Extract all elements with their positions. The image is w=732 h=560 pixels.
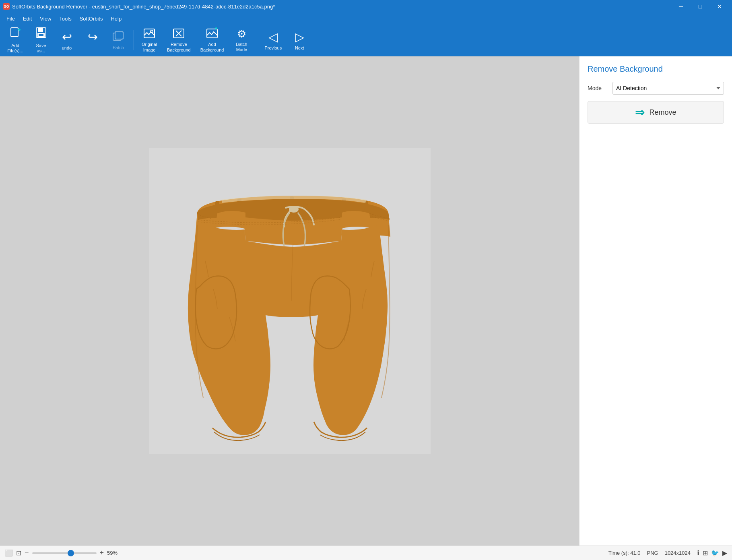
remove-background-label: RemoveBackground [167,42,191,52]
add-background-label: AddBackground [200,42,224,52]
window-controls: ─ □ ✕ [672,0,729,13]
add-bg-icon [206,27,218,40]
info-icon[interactable]: ℹ [697,549,699,557]
remove-button-label: Remove [649,108,676,117]
original-image-button[interactable]: OriginalImage [137,25,161,55]
zoom-value: 59% [107,550,121,556]
home-icon[interactable]: ⊞ [703,549,708,557]
menu-view[interactable]: View [37,14,54,23]
mode-row: Mode AI Detection Manual Color [588,82,724,95]
time-label: Time (s): 41.0 [608,550,641,556]
svg-rect-21 [215,201,219,210]
add-files-label: AddFile(s)... [7,43,23,54]
status-left: ⬜ ⊡ − + 59% [5,549,121,557]
mode-label: Mode [588,85,608,91]
remove-background-button[interactable]: RemoveBackground [163,25,195,55]
format-label: PNG [647,550,658,556]
add-file-icon [9,27,21,41]
undo-label: undo [62,45,72,50]
video-icon[interactable]: ▶ [722,549,727,557]
dimensions-label: 1024x1024 [665,550,691,556]
remove-arrow-icon: ⇒ [635,106,644,119]
status-right: Time (s): 41.0 PNG 1024x1024 ℹ ⊞ 🐦 ▶ [608,549,727,557]
previous-label: Previous [264,45,282,50]
right-panel: Remove Background Mode AI Detection Manu… [579,56,732,546]
menu-file[interactable]: File [3,14,18,23]
menu-bar: File Edit View Tools SoftOrbits Help [0,13,732,24]
fit-to-window-icon[interactable]: ⬜ [5,549,13,557]
status-bar: ⬜ ⊡ − + 59% Time (s): 41.0 PNG 1024x1024… [0,546,732,560]
image-display [149,148,431,454]
app-icon: SO [3,3,10,10]
separator-1 [134,30,134,50]
toolbar: AddFile(s)... Saveas... ↩ undo ↪ [0,24,732,56]
close-button[interactable]: ✕ [710,0,729,13]
add-files-button[interactable]: AddFile(s)... [3,24,27,56]
save-as-button[interactable]: Saveas... [29,24,53,56]
remove-button[interactable]: ⇒ Remove [588,101,724,124]
title-bar: SO SoftOrbits Background Remover - eusti… [0,0,732,13]
save-as-label: Saveas... [36,43,46,54]
original-image-label: OriginalImage [142,42,157,52]
remove-bg-icon [173,27,185,40]
zoom-control: − + 59% [25,549,121,557]
window-title: SoftOrbits Background Remover - eustin_s… [12,4,275,10]
actual-size-icon[interactable]: ⊡ [16,549,21,557]
batch-button[interactable]: Batch [106,28,130,52]
main-layout: Remove Background Mode AI Detection Manu… [0,56,732,546]
zoom-thumb [68,550,74,556]
original-icon [143,27,155,40]
minimize-button[interactable]: ─ [672,0,690,13]
save-icon [35,27,47,41]
batch-icon [112,31,124,43]
panel-title: Remove Background [588,64,724,74]
undo-button[interactable]: ↩ undo [55,27,79,53]
previous-button[interactable]: ◁ Previous [260,27,286,53]
menu-edit[interactable]: Edit [20,14,35,23]
undo-icon: ↩ [62,30,72,44]
restore-button[interactable]: □ [691,0,709,13]
next-label: Next [295,45,304,50]
redo-label [92,45,93,50]
status-icons: ℹ ⊞ 🐦 ▶ [697,549,727,557]
svg-rect-0 [11,28,18,37]
next-button[interactable]: ▷ Next [287,27,311,53]
batch-mode-icon: ⚙ [237,28,246,40]
menu-tools[interactable]: Tools [56,14,74,23]
menu-softorbits[interactable]: SoftOrbits [76,14,106,23]
svg-rect-8 [115,32,123,39]
twitter-icon[interactable]: 🐦 [711,549,719,557]
redo-button[interactable]: ↪ [80,27,105,53]
batch-mode-button[interactable]: ⚙ BatchMode [229,25,254,55]
mode-select[interactable]: AI Detection Manual Color [612,82,724,95]
batch-mode-label: BatchMode [236,42,247,52]
prev-icon: ◁ [268,30,278,44]
redo-icon: ↪ [88,30,98,44]
add-background-button[interactable]: AddBackground [196,25,228,55]
separator-2 [257,30,257,50]
zoom-minus-button[interactable]: − [25,549,29,557]
svg-point-20 [289,206,299,213]
zoom-slider[interactable] [32,552,97,554]
zoom-plus-button[interactable]: + [100,549,104,557]
batch-label: Batch [113,45,124,50]
svg-rect-4 [38,28,43,32]
next-icon: ▷ [295,30,304,44]
canvas-area[interactable] [0,56,579,546]
svg-rect-6 [39,34,43,36]
menu-help[interactable]: Help [107,14,125,23]
